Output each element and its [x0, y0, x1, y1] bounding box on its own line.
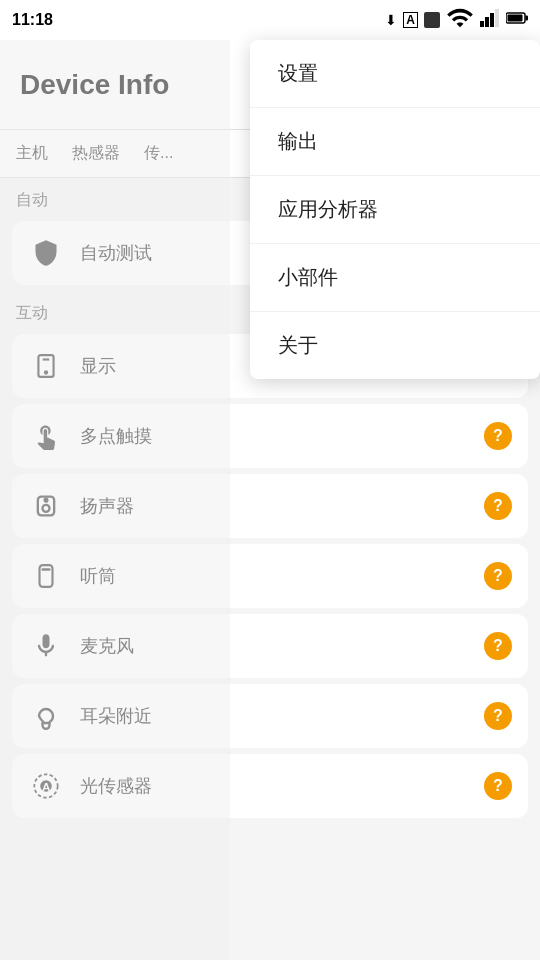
keyboard-icon: A — [403, 12, 418, 28]
question-ear-proximity[interactable]: ? — [484, 702, 512, 730]
wifi-icon — [446, 4, 474, 36]
dropdown-item-widgets[interactable]: 小部件 — [250, 244, 540, 312]
question-speaker[interactable]: ? — [484, 492, 512, 520]
svg-rect-1 — [485, 17, 489, 27]
status-icons: ⬇ A — [385, 4, 528, 36]
svg-rect-2 — [490, 13, 494, 27]
question-multitouch[interactable]: ? — [484, 422, 512, 450]
square-icon — [424, 12, 440, 28]
dropdown-item-settings[interactable]: 设置 — [250, 40, 540, 108]
svg-rect-0 — [480, 21, 484, 27]
signal-icon — [480, 9, 500, 31]
status-time: 11:18 — [12, 11, 53, 29]
dropdown-item-about[interactable]: 关于 — [250, 312, 540, 379]
download-icon: ⬇ — [385, 12, 397, 28]
question-earpiece[interactable]: ? — [484, 562, 512, 590]
battery-icon — [506, 11, 528, 29]
question-light-sensor[interactable]: ? — [484, 772, 512, 800]
question-microphone[interactable]: ? — [484, 632, 512, 660]
dropdown-item-output[interactable]: 输出 — [250, 108, 540, 176]
svg-rect-6 — [508, 15, 523, 22]
dropdown-item-app-analyzer[interactable]: 应用分析器 — [250, 176, 540, 244]
svg-rect-3 — [495, 9, 499, 27]
dropdown-menu: 设置 输出 应用分析器 小部件 关于 — [250, 40, 540, 379]
svg-rect-5 — [526, 16, 529, 21]
status-bar: 11:18 ⬇ A — [0, 0, 540, 40]
dropdown-backdrop[interactable] — [0, 40, 230, 960]
